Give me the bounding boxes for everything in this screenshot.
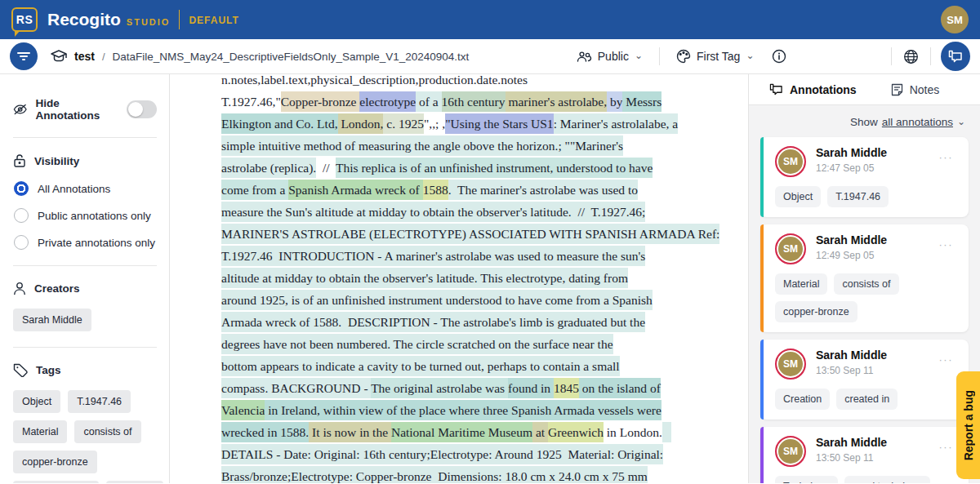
annotated-text-segment[interactable]: measure the Sun's altitude at midday to … [221,202,645,222]
card-menu-button[interactable]: ··· [934,349,959,366]
report-bug-button[interactable]: Report a bug [956,371,980,479]
tag-chip[interactable]: Material [13,420,67,443]
card-tag-chip[interactable]: consists of [834,273,898,295]
card-tag-chip[interactable]: Material [775,273,827,295]
card-tag-chip[interactable]: Object [775,186,821,207]
annotated-text-segment[interactable]: astrolabe (replica). [221,158,316,178]
annotated-text-segment[interactable]: It is now in the [309,422,391,442]
annotated-text-segment[interactable]: of a [416,91,441,112]
card-tag-chip[interactable]: Creation [775,389,830,410]
annotated-text-segment[interactable]: around 1925, is of an unfinished instrum… [221,290,653,310]
annotated-text-segment[interactable]: 1588 [423,180,448,200]
privacy-dropdown[interactable]: Public ⌄ [572,49,648,64]
tag-chip[interactable]: consists of [74,420,140,443]
tag-chip[interactable]: copper-bronze [13,451,97,473]
annotated-text-segment[interactable]: Messrs [622,91,662,112]
tab-notes[interactable]: Notes [886,82,945,97]
filter-value-dropdown[interactable]: all annotations [882,116,953,128]
annotated-text-segment[interactable]: Brass/bronze;Electrotype: Copper-bronze … [221,466,648,483]
radio-selected[interactable] [14,181,29,196]
annotated-text-segment[interactable]: wrecked in 1588. [221,422,309,442]
annotated-text-segment[interactable]: come from a [221,180,288,200]
document-line: DETAILS - Date: Original: 16th century;E… [221,443,711,465]
annotated-text-segment[interactable]: altitude at midday to obtain the observe… [221,268,628,288]
tag-chip[interactable]: T.1947.46 [68,390,131,413]
annotated-text-segment[interactable]: simple intuitive method of measuring the… [221,135,623,156]
hide-annotations-toggle[interactable] [127,100,157,118]
annotated-text-segment[interactable]: bottom appears to indicate a cavity to b… [221,356,620,376]
panel-tabs: Annotations Notes [749,74,980,105]
annotation-card[interactable]: SMSarah Middle13:50 Sep 11···Creationcre… [760,340,969,420]
annotated-text-segment[interactable]: in Ireland, within view of the place whe… [265,400,662,420]
annotated-text-segment[interactable]: "Using the Stars US1 [445,113,553,134]
card-tag-chip[interactable]: Technique [775,476,838,483]
visibility-options: All AnnotationsPublic annotations onlyPr… [13,181,157,250]
toolbar-center-group: Public ⌄ First Tag ⌄ [572,47,789,65]
tag-mode-dropdown[interactable]: First Tag ⌄ [671,48,760,64]
annotated-text-segment[interactable]: Spanish Armada wreck of [288,180,422,200]
card-tag-chip[interactable]: created in [836,389,898,410]
annotated-text-segment[interactable]: MARINER'S ASTROLABE (ELECTROTYPE) ASSOCI… [221,224,719,244]
annotated-text-segment[interactable]: found in [508,378,554,398]
annotated-text-segment[interactable]: . The mariner's astrolabe was used to [448,180,638,200]
card-tag-chip[interactable]: T.1947.46 [827,186,889,207]
discussion-button[interactable] [941,42,970,71]
chevron-down-icon: ⌄ [746,50,754,61]
tag-chip[interactable]: Object [13,390,60,413]
visibility-option[interactable]: All Annotations [14,181,157,196]
document-line: simple intuitive method of measuring the… [221,135,711,157]
visibility-option[interactable]: Public annotations only [14,208,157,223]
annotated-text-segment[interactable]: compass. BACKGROUND - [221,378,371,398]
text-segment: T.1927.46," [221,91,281,112]
info-button[interactable] [770,47,788,65]
document-text: n.notes,label.text,physical_description,… [221,74,711,483]
card-accent-bar [760,224,764,332]
annotated-text-segment[interactable]: 16th century [442,91,506,112]
card-tag-chip[interactable]: copper-bronze [775,301,858,322]
creator-chip[interactable]: Sarah Middle [13,309,91,331]
person-icon [13,282,26,295]
card-menu-button[interactable]: ··· [934,436,959,454]
annotated-text-segment[interactable]: degrees have not been numbered. The circ… [221,334,613,354]
card-timestamp: 13:50 Sep 11 [816,452,887,464]
annotated-text-segment[interactable]: Elkington and Co. Ltd, [221,113,338,134]
user-avatar[interactable]: SM [941,6,969,33]
radio-unselected[interactable] [14,235,29,250]
tenant-divider [179,10,180,29]
card-avatar: SM [775,349,806,380]
annotated-text-segment[interactable]: : Mariner's astrolalabe, a [554,113,679,134]
tab-annotations[interactable]: Annotations [764,82,862,97]
annotated-text-segment[interactable]: c. 1925 [383,113,424,134]
tag-chip[interactable]: Creation [106,481,163,483]
app-suffix: STUDIO [127,17,171,27]
card-tag-chip[interactable]: used technique [844,476,930,483]
breadcrumb-project[interactable]: test [74,50,95,63]
annotated-text-segment[interactable]: on the island of [579,378,661,398]
annotated-text-segment[interactable]: by [607,91,622,112]
annotated-text-segment[interactable]: T.1927.46 INTRODUCTION - A mariner's ast… [221,246,645,266]
annotated-text-segment[interactable]: DETAILS - Date: Original: 16th century;E… [221,444,663,464]
language-button[interactable] [902,47,920,66]
card-menu-button[interactable]: ··· [934,146,959,164]
annotated-text-segment[interactable]: mariner's astrolabe, [506,91,608,112]
annotated-text-segment[interactable]: Armada wreck of 1588. DESCRIPTION - The … [221,312,645,332]
annotated-text-segment[interactable] [662,422,672,442]
radio-unselected[interactable] [14,208,29,223]
annotated-text-segment[interactable]: electrotype [359,91,416,112]
visibility-option[interactable]: Private annotations only [14,235,157,250]
annotation-card[interactable]: SMSarah Middle12:49 Sep 05···Materialcon… [760,224,969,332]
annotated-text-segment[interactable]: Greenwich [548,422,604,442]
annotated-text-segment[interactable]: Valencia [221,400,265,420]
annotated-text-segment[interactable]: 1845 [554,378,579,398]
annotated-text-segment[interactable]: The original astrolabe was [371,378,508,398]
annotation-card[interactable]: SMSarah Middle12:47 Sep 05···ObjectT.194… [760,137,969,217]
tag-chip[interactable]: reproduction of [13,481,99,483]
annotated-text-segment[interactable]: Copper-bronze [281,91,360,112]
annotated-text-segment[interactable]: at [532,422,548,442]
annotated-text-segment[interactable]: London, [338,113,384,134]
filter-menu-button[interactable] [10,42,38,70]
annotated-text-segment[interactable]: National Maritime Museum [391,422,532,442]
annotation-card[interactable]: SMSarah Middle13:50 Sep 11···Techniqueus… [760,427,969,483]
card-menu-button[interactable]: ··· [934,233,959,251]
annotated-text-segment[interactable]: This replica is of an unfinished instrum… [336,158,653,178]
